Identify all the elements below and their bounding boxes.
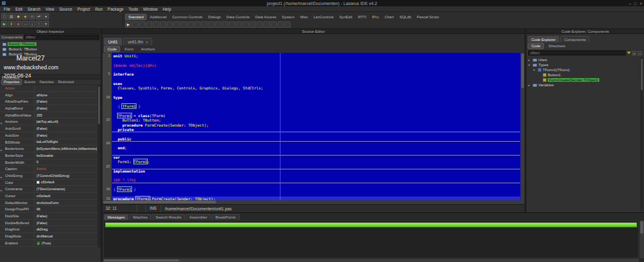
palette-tactionlist-icon[interactable] [264,21,270,28]
explorer-node-formcreate-sender-tobject[interactable]: FormCreate(Sender:TObject) [526,77,640,83]
palette-tlabel-icon[interactable] [153,21,159,28]
code-line[interactable]: Form1: TForm1; [112,159,520,164]
palette-tab-data-controls[interactable]: Data Controls [224,14,252,20]
palette-tcheckgroup-icon[interactable] [229,21,235,28]
code-line[interactable]: uses [112,81,520,86]
property-value[interactable]: [biSystemMenu,biMinimize,biMaximize] [35,147,97,151]
component-tree-item[interactable]: Button1: TButton [0,47,101,52]
palette-tcheckbox-icon[interactable] [180,21,187,28]
explorer-node-button1[interactable]: Button1 [526,72,640,77]
code-line[interactable]: private [112,127,520,132]
code-line[interactable] [112,141,520,145]
property-value[interactable]: dmActiveForm [35,201,97,205]
file-tab-unit1-lfm[interactable]: unit1.lfm× [123,38,152,45]
property-row-allowdropfiles[interactable]: AllowDropFiles(False) [0,98,97,105]
property-value[interactable]: dmManual [35,234,97,238]
palette-tbutton-icon[interactable] [146,21,152,28]
palette-tab-data-access[interactable]: Data Access [253,14,279,20]
property-row-action[interactable]: Action [0,85,97,92]
property-value[interactable]: (TSizeConstraints) [35,187,97,191]
property-value[interactable]: dkDrag [35,227,97,231]
property-row-alphablendvalue[interactable]: AlphaBlendValue255 [0,112,97,119]
tree-arrow-icon[interactable]: ▾ [528,63,531,67]
property-value[interactable]: Form1 [35,167,97,171]
property-row-anchors[interactable]: ▸Anchors[akTop,akLeft] [0,118,97,125]
palette-tab-standard[interactable]: Standard [125,14,147,20]
code-line[interactable] [112,109,520,113]
property-row-caption[interactable]: CaptionForm1 [0,166,97,173]
property-row-autoscroll[interactable]: AutoScroll(False) [0,125,97,132]
property-row-alphablend[interactable]: AlphaBlend(False) [0,105,97,112]
scrollbar-thumb[interactable] [521,54,524,88]
messages-vertical-scrollbar[interactable] [640,220,644,258]
expand-all-icon[interactable]: + [632,51,636,55]
property-value[interactable]: [akTop,akLeft] [35,120,97,123]
scrollbar-thumb[interactable] [640,221,643,234]
component-tree-item[interactable]: Button2: TButton [0,52,101,57]
palette-tedit-icon[interactable] [160,21,166,28]
palette-tradiogroup-icon[interactable] [222,21,228,28]
open-file-icon[interactable]: ▨ [8,13,14,20]
palette-tab-pascal-script[interactable]: Pascal Script [414,14,441,20]
palette-tab-common-controls[interactable]: Common Controls [170,14,205,20]
run-icon[interactable]: ▶ [1,21,8,27]
inspector-tab-events[interactable]: Events [23,79,37,84]
components-filter-input[interactable] [24,35,99,40]
view-tab-form[interactable]: Form [121,47,136,52]
palette-tab-misc[interactable]: Misc [297,14,310,20]
palette-tradiobutton-icon[interactable] [187,21,194,28]
palette-tlistbox-icon[interactable] [194,21,201,28]
maximize-button[interactable]: □ [634,1,636,6]
property-value[interactable]: 255 [35,113,97,117]
property-value[interactable]: clDefault [35,180,97,184]
menu-package[interactable]: Package [105,7,126,11]
code-line[interactable] [112,183,520,187]
code-line[interactable] [112,173,520,178]
inspector-tab-properties[interactable]: Properties [1,79,22,85]
property-value[interactable]: (False) [35,221,97,225]
subtab-directives[interactable]: Directives [545,43,568,48]
menu-source[interactable]: Source [57,7,75,11]
property-value[interactable]: (False) [35,214,97,218]
property-row-bordericons[interactable]: ▸BorderIcons[biSystemMenu,biMinimize,biM… [0,145,97,152]
property-row-dragmode[interactable]: DragModedmManual [0,233,97,240]
code-line[interactable]: {$R *.lfm} [112,178,520,182]
property-value[interactable]: bdLeftToRight [35,140,97,144]
menu-help[interactable]: Help [160,7,174,11]
property-row-autosize[interactable]: AutoSize(False) [0,132,97,139]
toggle-form-unit-icon[interactable]: ⇄ [36,13,42,20]
palette-tab-rtti[interactable]: RTTI [355,14,369,20]
messages-tab-watches[interactable]: Watches [129,214,151,220]
code-line[interactable]: unit Unit1; [112,54,520,58]
scrollbar-thumb[interactable] [641,59,643,90]
code-editor[interactable]: 15101520253032 unit Unit1;{$mode objfpc}… [103,53,525,200]
close-tab-icon[interactable]: × [146,40,148,44]
palette-tgroupbox-icon[interactable] [215,21,221,28]
property-row-bidimode[interactable]: BiDiModebdLeftToRight [0,139,97,146]
palette-tcombobox-icon[interactable] [201,21,208,28]
code-line[interactable]: end; [112,145,520,150]
property-row-cursor[interactable]: CursorcrDefault [0,193,97,200]
menu-project[interactable]: Project [75,7,92,11]
property-value[interactable]: 96 [35,207,97,211]
property-value[interactable]: bsSizeable [35,154,97,157]
code-line[interactable] [112,67,520,72]
menu-file[interactable]: File [1,7,13,11]
close-button[interactable]: × [640,1,642,6]
new-form-icon[interactable]: ▭ [29,13,35,20]
explorer-node-uses[interactable]: ▸Uses [526,57,640,62]
menu-window[interactable]: Window [141,7,160,11]
property-value[interactable]: ✓(True) [35,241,97,245]
subtab-code[interactable]: Code [528,43,544,49]
property-row-enabled[interactable]: Enabled✓(True) [0,240,97,247]
scrollbar-thumb[interactable] [103,201,216,203]
palette-tmainmenu-icon[interactable] [132,21,138,28]
palette-tsplitter-icon[interactable] [284,21,291,28]
palette-tpanel-icon[interactable] [236,21,242,28]
property-row-dragkind[interactable]: DragKinddkDrag [0,226,97,233]
property-row-docksite[interactable]: DockSite(False) [0,213,97,220]
filter-funnel-icon[interactable] [627,52,631,54]
editor-vertical-scrollbar[interactable] [520,53,525,200]
new-unit-icon[interactable]: □ [1,13,8,20]
palette-tstatictext-icon[interactable] [257,21,263,28]
